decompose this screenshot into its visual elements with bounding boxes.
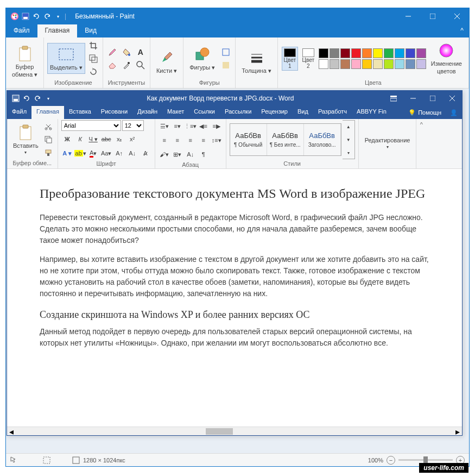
redo-icon[interactable]: [33, 94, 42, 103]
shapes-button[interactable]: Фигуры ▾: [187, 43, 218, 74]
select-button[interactable]: Выделить ▾: [47, 43, 85, 74]
tab-дизайн[interactable]: Дизайн: [132, 106, 162, 119]
palette-color[interactable]: [395, 48, 404, 58]
palette-color[interactable]: [384, 59, 394, 69]
undo-icon[interactable]: [22, 94, 31, 103]
tab-разработч[interactable]: Разработч: [313, 106, 352, 119]
tab-abbyy fin[interactable]: ABBYY Fin: [352, 106, 391, 119]
eraser-icon[interactable]: [106, 59, 118, 71]
subscript-button[interactable]: x₂: [113, 133, 125, 145]
change-case-button[interactable]: Aa▾: [100, 147, 112, 159]
close-button[interactable]: [445, 8, 469, 24]
styles-down-icon[interactable]: ▼: [343, 134, 354, 146]
size-button[interactable]: Толщина ▾: [239, 46, 274, 77]
copy-icon[interactable]: [42, 134, 54, 146]
tab-ссылки[interactable]: Ссылки: [189, 106, 220, 119]
qat-dropdown-icon[interactable]: ▾: [54, 12, 62, 21]
decrease-indent-button[interactable]: ◀≡: [198, 120, 210, 132]
show-marks-button[interactable]: ¶: [198, 148, 210, 160]
scroll-right-icon[interactable]: ▸: [453, 427, 462, 436]
style-normal[interactable]: АаБбВв¶ Обычный: [230, 124, 267, 155]
palette-color[interactable]: [319, 59, 328, 69]
superscript-button[interactable]: x²: [126, 133, 138, 145]
line-spacing-button[interactable]: ↕≡▾: [211, 134, 223, 146]
qat-dropdown-icon[interactable]: ▾: [44, 94, 53, 103]
zoom-slider[interactable]: [398, 459, 453, 461]
style-heading[interactable]: АаБбВвЗаголово...: [304, 124, 341, 155]
tab-файл[interactable]: Файл: [7, 106, 31, 119]
tab-вставка[interactable]: Вставка: [64, 106, 96, 119]
align-right-button[interactable]: ≡: [185, 134, 197, 146]
close-button[interactable]: [442, 90, 462, 107]
font-size-select[interactable]: 12: [122, 120, 144, 131]
tab-рисовани[interactable]: Рисовани: [96, 106, 132, 119]
magnify-icon[interactable]: [135, 59, 147, 71]
scroll-thumb[interactable]: [206, 428, 233, 435]
save-icon[interactable]: [11, 94, 20, 103]
text-effects-button[interactable]: A ▾: [61, 147, 73, 159]
paste-button[interactable]: Вставить ▾: [10, 121, 41, 157]
share-icon[interactable]: 👤: [446, 106, 462, 119]
palette-color[interactable]: [373, 59, 383, 69]
fill-icon[interactable]: [121, 46, 132, 58]
palette-color[interactable]: [351, 48, 361, 58]
grow-font-button[interactable]: A↑: [113, 147, 125, 159]
tab-рассылки[interactable]: Рассылки: [220, 106, 256, 119]
underline-button[interactable]: Ч ▾: [87, 133, 99, 145]
palette-color[interactable]: [416, 48, 426, 58]
edit-colors-button[interactable]: Изменение цветов: [428, 39, 465, 77]
clipboard-button[interactable]: Буфер обмена ▾: [9, 42, 40, 80]
minimize-button[interactable]: [396, 8, 420, 24]
italic-button[interactable]: К: [74, 133, 86, 145]
font-name-select[interactable]: Arial: [61, 120, 121, 131]
highlight-button[interactable]: ab▾: [74, 147, 86, 159]
shrink-font-button[interactable]: A↓: [126, 147, 138, 159]
maximize-button[interactable]: [420, 8, 445, 24]
palette-color[interactable]: [351, 59, 361, 69]
multilevel-button[interactable]: ⋮≡▾: [185, 120, 197, 132]
rotate-icon[interactable]: [87, 66, 99, 78]
palette-color[interactable]: [416, 59, 426, 69]
tab-file[interactable]: Файл: [6, 24, 37, 37]
ribbon-options-icon[interactable]: [384, 90, 403, 107]
document-area[interactable]: Преобразование текстового документа MS W…: [7, 169, 462, 427]
justify-button[interactable]: ≡: [198, 134, 210, 146]
outline-icon[interactable]: [220, 46, 232, 58]
shading-button[interactable]: 🖌▾: [159, 148, 170, 160]
format-painter-icon[interactable]: [42, 147, 54, 159]
tell-me-help[interactable]: 💡Помощн: [404, 106, 446, 119]
clear-format-button[interactable]: A̷: [140, 147, 151, 159]
strike-button[interactable]: abc: [100, 133, 112, 145]
tab-макет[interactable]: Макет: [162, 106, 189, 119]
numbering-button[interactable]: ≡▾: [172, 120, 183, 132]
ribbon-collapse-icon[interactable]: ^: [420, 121, 423, 128]
tab-view[interactable]: Вид: [77, 24, 104, 37]
cut-icon[interactable]: [42, 121, 54, 133]
tab-home[interactable]: Главная: [37, 24, 78, 37]
palette-color[interactable]: [319, 48, 328, 58]
brushes-button[interactable]: Кисти ▾: [154, 46, 180, 77]
font-color-button[interactable]: A▾: [87, 147, 99, 159]
tab-рецензир[interactable]: Рецензир: [256, 106, 293, 119]
palette-color[interactable]: [406, 48, 415, 58]
color1-button[interactable]: Цвет 1: [282, 47, 298, 71]
save-icon[interactable]: [21, 12, 30, 21]
picker-icon[interactable]: [121, 59, 132, 71]
palette-color[interactable]: [330, 59, 339, 69]
palette-color[interactable]: [362, 48, 372, 58]
scroll-left-icon[interactable]: ◂: [7, 427, 16, 436]
palette-color[interactable]: [340, 48, 350, 58]
crop-icon[interactable]: [87, 40, 99, 52]
editing-button[interactable]: Редактирование ▾: [362, 133, 413, 152]
align-left-button[interactable]: ≡: [159, 134, 170, 146]
pencil-icon[interactable]: [106, 46, 118, 58]
bold-button[interactable]: Ж: [61, 133, 73, 145]
style-nospacing[interactable]: АаБбВв¶ Без инте...: [267, 124, 304, 155]
palette-color[interactable]: [340, 59, 350, 69]
zoom-out-button[interactable]: −: [387, 456, 395, 465]
horizontal-scrollbar[interactable]: ◂ ▸: [7, 427, 462, 435]
palette-color[interactable]: [384, 48, 394, 58]
bullets-button[interactable]: ☰▾: [159, 120, 170, 132]
sort-button[interactable]: A↓: [185, 148, 197, 160]
undo-icon[interactable]: [32, 12, 41, 21]
